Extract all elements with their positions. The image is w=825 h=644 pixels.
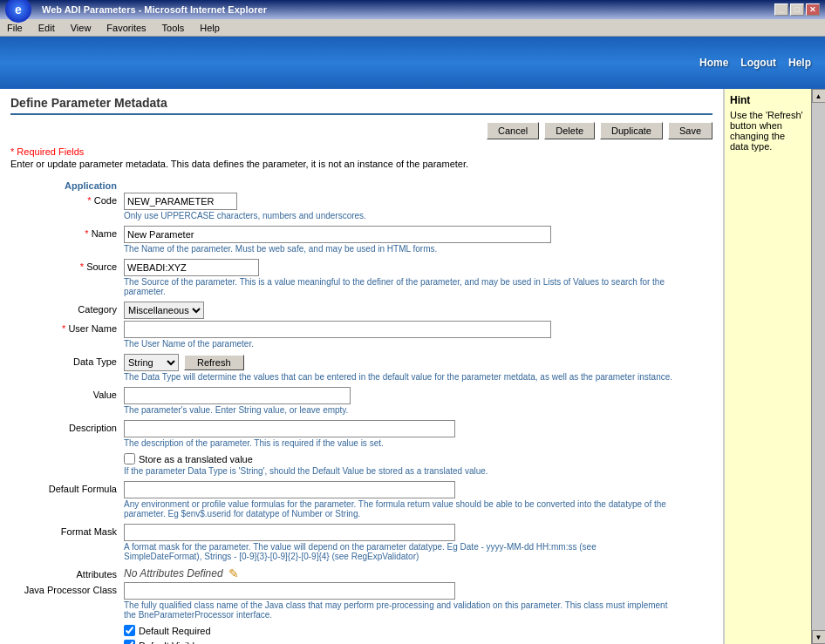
description-field-area: The description of the parameter. This i… [124, 420, 712, 451]
source-hint: The Source of the parameter. This is a v… [124, 277, 673, 296]
attributes-edit-icon[interactable]: ✎ [228, 566, 239, 580]
formula-row: Default Formula Any environment or profi… [10, 481, 712, 522]
menu-edit[interactable]: Edit [35, 22, 58, 34]
datatype-row: Data Type String Number Date Boolean Ref… [10, 354, 712, 385]
username-label: User Name [10, 321, 124, 334]
category-field-area: Miscellaneous General Advanced [124, 302, 712, 319]
name-field-area: The Name of the parameter. Must be web s… [124, 226, 712, 257]
category-row: Category Miscellaneous General Advanced [10, 302, 712, 319]
no-attributes-text: No Attributes Defined [124, 567, 223, 580]
window-controls[interactable]: _ □ ✕ [774, 3, 820, 16]
formula-hint: Any environment or profile value formula… [124, 499, 673, 519]
header-nav: Home Logout Help [699, 57, 811, 69]
store-translated-label: Store as a translated value [139, 454, 253, 464]
store-translated-row: Store as a translated value If the param… [10, 453, 712, 479]
delete-button[interactable]: Delete [544, 122, 595, 139]
content-area: Define Parameter Metadata Cancel Delete … [0, 89, 724, 644]
default-required-row: Default Required [10, 625, 712, 638]
format-mask-hint: A format mask for the parameter. The val… [124, 542, 673, 561]
save-button[interactable]: Save [668, 122, 712, 139]
default-visible-row: Default Visible [10, 640, 712, 644]
nav-home[interactable]: Home [699, 57, 728, 69]
menu-view[interactable]: View [67, 22, 95, 34]
default-required-checkbox-row: Default Required [124, 625, 712, 636]
datatype-field-area: String Number Date Boolean Refresh The D… [124, 354, 712, 385]
default-required-checkbox[interactable] [124, 625, 135, 636]
formula-label: Default Formula [10, 481, 124, 494]
format-mask-label: Format Mask [10, 524, 124, 537]
java-class-field-area: The fully qualified class name of the Ja… [124, 582, 712, 623]
scrollbar[interactable]: ▲ ▼ [811, 89, 825, 644]
attributes-content: No Attributes Defined ✎ [124, 566, 712, 580]
datatype-label: Data Type [10, 354, 124, 367]
application-row: Application [10, 178, 712, 191]
minimize-button[interactable]: _ [774, 3, 788, 16]
app-header: Home Logout Help [0, 37, 825, 89]
default-required-label: Default Required [139, 626, 211, 636]
java-class-row: Java Processor Class The fully qualified… [10, 582, 712, 623]
value-hint: The parameter's value. Enter String valu… [124, 405, 712, 415]
ie-logo: e [5, 0, 31, 23]
menu-help[interactable]: Help [196, 22, 223, 34]
scrollbar-track[interactable] [812, 103, 825, 630]
description-label: Description [10, 420, 124, 433]
menu-file[interactable]: File [3, 22, 26, 34]
store-translated-checkbox[interactable] [124, 453, 135, 464]
default-required-field-area: Default Required [124, 625, 712, 638]
store-translated-hint: If the parameter Data Type is 'String', … [124, 466, 712, 476]
default-visible-checkbox[interactable] [124, 640, 135, 644]
formula-field-area: Any environment or profile value formula… [124, 481, 712, 522]
description-row: Description The description of the param… [10, 420, 712, 451]
value-input[interactable] [124, 387, 351, 404]
default-visible-label-spacer [10, 640, 124, 642]
attributes-field-area: No Attributes Defined ✎ [124, 566, 712, 580]
format-mask-field-area: A format mask for the parameter. The val… [124, 524, 712, 565]
value-field-area: The parameter's value. Enter String valu… [124, 387, 712, 418]
nav-help[interactable]: Help [788, 57, 811, 69]
source-row: Source The Source of the parameter. This… [10, 259, 712, 300]
nav-logout[interactable]: Logout [740, 57, 776, 69]
code-input[interactable] [124, 193, 237, 210]
store-translated-label-spacer [10, 453, 124, 456]
hint-title: Hint [730, 94, 806, 106]
default-required-label-spacer [10, 625, 124, 627]
username-hint: The User Name of the parameter. [124, 339, 712, 349]
name-row: Name The Name of the parameter. Must be … [10, 226, 712, 257]
code-hint: Only use UPPERCASE characters, numbers a… [124, 211, 712, 220]
description-input[interactable] [124, 420, 455, 437]
maximize-button[interactable]: □ [790, 3, 804, 16]
datatype-hint: The Data Type will determine the values … [124, 372, 673, 382]
scrollbar-down[interactable]: ▼ [812, 630, 826, 644]
value-row: Value The parameter's value. Enter Strin… [10, 387, 712, 418]
datatype-select[interactable]: String Number Date Boolean [124, 354, 179, 371]
formula-input[interactable] [124, 481, 455, 498]
window-title: Web ADI Parameters - Microsoft Internet … [42, 4, 267, 15]
hint-panel: Hint Use the 'Refresh' button when chang… [724, 89, 811, 644]
attributes-label: Attributes [10, 566, 124, 580]
store-translated-field-area: Store as a translated value If the param… [124, 453, 712, 479]
category-select[interactable]: Miscellaneous General Advanced [124, 302, 204, 319]
scrollbar-up[interactable]: ▲ [812, 89, 826, 103]
source-input[interactable] [124, 259, 259, 276]
name-input[interactable] [124, 226, 551, 243]
title-bar: e Web ADI Parameters - Microsoft Interne… [0, 0, 825, 19]
main-container: Define Parameter Metadata Cancel Delete … [0, 89, 825, 644]
java-class-hint: The fully qualified class name of the Ja… [124, 600, 673, 620]
format-mask-input[interactable] [124, 524, 455, 541]
username-input[interactable] [124, 321, 551, 338]
default-visible-field-area: Default Visible [124, 640, 712, 644]
application-label: Application [10, 178, 124, 191]
close-button[interactable]: ✕ [806, 3, 820, 16]
refresh-button[interactable]: Refresh [184, 355, 244, 370]
hint-text: Use the 'Refresh' button when changing t… [730, 110, 806, 152]
description-hint: The description of the parameter. This i… [124, 438, 712, 448]
page-title: Define Parameter Metadata [10, 96, 712, 115]
menu-favorites[interactable]: Favorites [103, 22, 149, 34]
menu-tools[interactable]: Tools [159, 22, 188, 34]
form-section: Application Code Only use UPPERCASE char… [10, 178, 712, 644]
cancel-button[interactable]: Cancel [487, 122, 539, 139]
java-class-input[interactable] [124, 582, 455, 600]
source-field-area: The Source of the parameter. This is a v… [124, 259, 712, 300]
duplicate-button[interactable]: Duplicate [600, 122, 663, 139]
name-label: Name [10, 226, 124, 239]
